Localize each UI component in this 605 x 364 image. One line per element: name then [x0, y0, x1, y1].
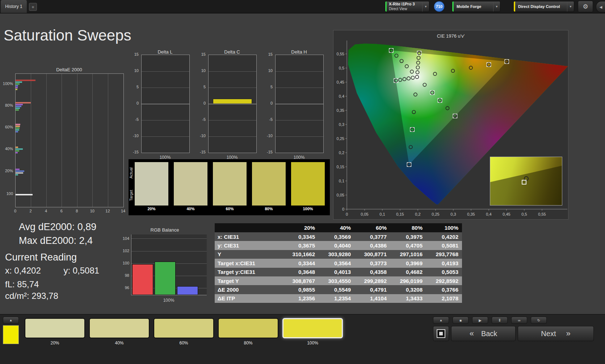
y-tick-label: 10	[196, 68, 206, 73]
de-bar	[16, 148, 23, 150]
bottom-bar: ▲ 20%40%60%80%100% ▲ ■▶Ⅱ∞↻ « Back Next »	[0, 314, 605, 364]
y-tick-label: 10	[129, 68, 139, 73]
measurement-count-badge: 710	[434, 1, 445, 12]
table-cell: 0,4705	[390, 241, 426, 250]
table-cell: 1,4104	[354, 294, 390, 303]
de-bar	[16, 109, 19, 111]
patch-swatch-label: 80%	[252, 207, 286, 211]
source-name: Mobile Forge	[454, 4, 481, 9]
tab-history[interactable]: History 1	[1, 0, 27, 13]
x-axis-label: 100%	[131, 298, 206, 303]
table-cell: 0,3773	[354, 259, 390, 267]
cie-zoom-inset	[490, 157, 562, 206]
x-tick-label: 2	[25, 209, 36, 213]
y-tick-label: -5	[196, 117, 206, 122]
y-tick-label: 100%	[0, 81, 13, 86]
y-tick-label: -5	[262, 117, 273, 122]
table-header-cell: 100%	[426, 223, 462, 232]
chart-title: Delta L	[141, 49, 189, 55]
table-cell: 1,2354	[319, 294, 354, 303]
y-tick-label: 0	[129, 101, 139, 105]
x-tick-label: 12	[102, 209, 113, 213]
table-cell: 0,3975	[390, 232, 426, 241]
table-cell: 292,8592	[426, 276, 462, 285]
pause-button[interactable]: Ⅱ	[492, 317, 508, 324]
current-reading-title: Current Reading	[5, 252, 77, 263]
table-cell: 303,4550	[319, 276, 354, 285]
chart-title: RGB Balance	[121, 227, 208, 233]
patch-swatch-label: 20%	[135, 207, 168, 211]
display-control-name: Direct Display Control	[515, 4, 560, 9]
table-row-label: Target Y	[215, 276, 283, 285]
de-bar	[16, 150, 19, 152]
next-button[interactable]: Next »	[518, 326, 594, 341]
svg-text:0,45: 0,45	[503, 212, 510, 216]
de-bar	[16, 152, 18, 153]
rgb-bar-red	[132, 264, 153, 295]
plot-area	[131, 234, 207, 295]
rgb-bar-blue	[177, 286, 198, 295]
y-tick-label: 80%	[0, 103, 13, 107]
table-row-label: x: CIE31	[215, 232, 283, 241]
y-tick-label: -15	[129, 150, 139, 154]
gridline	[276, 136, 323, 137]
svg-text:0,05: 0,05	[361, 212, 368, 216]
table-cell: 0,3648	[283, 268, 319, 276]
meter-dropdown[interactable]: X-Rite i1Pro 3 Direct View ▼	[385, 1, 429, 12]
plot-area	[15, 73, 124, 207]
settings-button[interactable]: ⚙	[578, 1, 593, 12]
svg-text:0,25: 0,25	[337, 136, 344, 141]
de-bar	[16, 170, 24, 172]
table-row-label: y: CIE31	[215, 241, 283, 250]
y-tick-label: -10	[196, 134, 206, 138]
y-tick-label: 40%	[0, 147, 13, 151]
table-cell: 0,3766	[426, 285, 462, 294]
single-measure-button[interactable]	[433, 326, 449, 341]
chevron-right-icon: »	[566, 329, 570, 338]
svg-text:0,1: 0,1	[379, 212, 385, 216]
deltae2000-chart: DeltaE 2000 02468101214100%80%60%40%20%1…	[0, 67, 130, 223]
patch-swatch	[252, 162, 286, 206]
play-button[interactable]: ▶	[472, 317, 488, 324]
chevron-down-icon: ▼	[493, 1, 500, 12]
table-cell: 0,4791	[354, 285, 390, 294]
y-tick-label: 20%	[0, 169, 13, 173]
stop-button[interactable]: ■	[453, 317, 469, 324]
back-button[interactable]: « Back	[451, 326, 516, 341]
x-tick-label: 14	[118, 209, 129, 213]
gear-icon: ⚙	[583, 3, 588, 10]
table-cell: 0,4682	[390, 268, 426, 276]
y-tick-label: -15	[196, 150, 206, 154]
gridline	[209, 136, 256, 137]
display-control-dropdown[interactable]: Direct Display Control ▼	[513, 1, 574, 12]
continuous-button[interactable]: ∞	[511, 317, 527, 324]
repeat-button[interactable]: ↻	[531, 317, 547, 324]
y-tick-label: 15	[262, 52, 273, 56]
chart-title: DeltaE 2000	[15, 67, 123, 72]
svg-text:0,5: 0,5	[521, 212, 527, 216]
add-tab-button[interactable]: +	[29, 3, 37, 11]
chevron-left-icon: «	[470, 329, 474, 338]
y-tick-label: 5	[196, 85, 206, 89]
de-bar	[16, 194, 33, 195]
gridline	[209, 88, 256, 88]
svg-text:0,55: 0,55	[538, 212, 546, 216]
meter-mode: Direct View	[389, 7, 415, 11]
svg-text:0,3: 0,3	[339, 122, 344, 127]
patch-compare-panel: Actual Target 20%40%60%80%100%	[129, 159, 330, 215]
table-cell: 310,1662	[283, 250, 319, 259]
table-header-cell: 60%	[354, 223, 390, 232]
gridline	[131, 238, 207, 239]
y-tick-label: 96	[121, 285, 129, 290]
collapse-panel-button[interactable]: ◀	[596, 1, 605, 13]
source-dropdown[interactable]: Mobile Forge ▼	[452, 1, 500, 12]
table-header-cell: 20%	[283, 223, 319, 232]
table-cell: 308,8767	[283, 276, 319, 285]
table-cell: 293,7768	[426, 250, 462, 259]
table-cell: 0,3345	[283, 232, 319, 241]
de-bar	[16, 107, 20, 109]
table-row-label: ΔE ITP	[215, 294, 283, 303]
de-bar	[16, 172, 23, 174]
de-bar	[16, 169, 20, 170]
delta-c-chart: Delta C 151050-5-10-15100%	[196, 49, 257, 158]
